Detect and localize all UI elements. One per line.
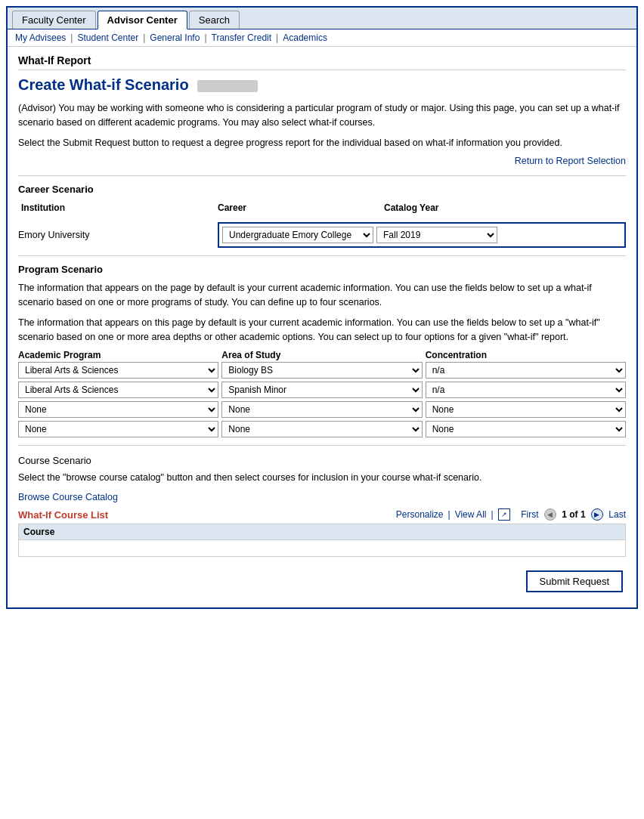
program-row-2: Liberal Arts & Sciences None Oxford Coll… bbox=[18, 382, 626, 398]
concentration-select-2[interactable]: n/a None bbox=[426, 382, 626, 398]
first-link[interactable]: First bbox=[521, 509, 538, 520]
tab-search[interactable]: Search bbox=[189, 11, 240, 29]
career-selects-row: Emory University Undergraduate Emory Col… bbox=[18, 222, 626, 248]
program-row-3: None Liberal Arts & Sciences Oxford Coll… bbox=[18, 401, 626, 418]
catalog-year-header: Catalog Year bbox=[381, 201, 626, 215]
nav-links: My Advisees | Student Center | General I… bbox=[8, 29, 636, 47]
tab-bar: Faculty Center Advisor Center Search bbox=[8, 8, 636, 29]
nav-sep-1: | bbox=[70, 32, 73, 43]
academic-program-select-2[interactable]: Liberal Arts & Sciences None Oxford Coll… bbox=[18, 382, 218, 398]
course-col-header: Course bbox=[19, 524, 626, 540]
concentration-select-1[interactable]: n/a None bbox=[426, 362, 626, 379]
course-list-title: What-If Course List bbox=[18, 509, 108, 521]
col-concentration: Concentration bbox=[426, 350, 626, 360]
area-of-study-select-3[interactable]: None Biology BS Spanish Minor bbox=[221, 401, 422, 418]
export-icon[interactable]: ↗ bbox=[498, 508, 510, 521]
career-dropdowns: Undergraduate Emory College Undergraduat… bbox=[218, 222, 626, 248]
nav-sep-2: | bbox=[143, 32, 145, 43]
nav-sep-3: | bbox=[204, 32, 206, 43]
academic-program-select-1[interactable]: Liberal Arts & Sciences None Oxford Coll… bbox=[18, 362, 218, 379]
personalize-link[interactable]: Personalize bbox=[396, 509, 444, 520]
career-header: Career bbox=[215, 201, 381, 215]
col-area-of-study: Area of Study bbox=[221, 350, 422, 360]
tab-faculty-center[interactable]: Faculty Center bbox=[12, 11, 96, 29]
col-academic-program: Academic Program bbox=[18, 350, 218, 360]
area-of-study-select-4[interactable]: None Biology BS Spanish Minor bbox=[221, 421, 422, 437]
area-of-study-select-1[interactable]: Biology BS None Spanish Minor Chemistry … bbox=[221, 362, 422, 379]
description-1: (Advisor) You may be working with someon… bbox=[18, 101, 626, 130]
course-table: Course bbox=[18, 524, 626, 557]
divider-2 bbox=[18, 255, 626, 256]
career-scenario-title: Career Scenario bbox=[18, 184, 626, 195]
program-desc-2: The information that appears on this pag… bbox=[18, 316, 626, 345]
description-2: Select the Submit Request button to requ… bbox=[18, 136, 626, 150]
nav-student-center[interactable]: Student Center bbox=[77, 32, 138, 43]
main-container: Faculty Center Advisor Center Search My … bbox=[6, 6, 638, 609]
institution-value: Emory University bbox=[18, 227, 215, 243]
page-header: What-If Report bbox=[18, 54, 626, 70]
course-scenario-desc: Select the "browse course catalog" butto… bbox=[18, 471, 626, 485]
institution-header: Institution bbox=[18, 201, 215, 215]
next-page-btn[interactable]: ▶ bbox=[591, 508, 603, 521]
divider-1 bbox=[18, 175, 626, 176]
nav-my-advisees[interactable]: My Advisees bbox=[15, 32, 66, 43]
student-name-blurred bbox=[197, 80, 258, 92]
career-grid: Institution Career Catalog Year bbox=[18, 201, 626, 215]
program-row-4: None Liberal Arts & Sciences Oxford Coll… bbox=[18, 421, 626, 437]
pagination-controls: First ◀ 1 of 1 ▶ Last bbox=[521, 508, 626, 521]
return-link[interactable]: Return to Report Selection bbox=[18, 156, 626, 166]
view-all-link[interactable]: View All bbox=[455, 509, 487, 520]
program-row-1: Liberal Arts & Sciences None Oxford Coll… bbox=[18, 362, 626, 379]
program-grid-header: Academic Program Area of Study Concentra… bbox=[18, 350, 626, 360]
course-cell bbox=[19, 540, 626, 557]
submit-request-button[interactable]: Submit Request bbox=[526, 570, 624, 592]
browse-course-catalog-link[interactable]: Browse Course Catalog bbox=[18, 492, 118, 502]
program-scenario-title: Program Scenario bbox=[18, 264, 626, 275]
program-desc-1: The information that appears on the page… bbox=[18, 281, 626, 310]
area-of-study-select-2[interactable]: Spanish Minor None Biology BS Chemistry … bbox=[221, 382, 422, 398]
course-section: Course Scenario Select the "browse cours… bbox=[18, 455, 626, 557]
last-link[interactable]: Last bbox=[608, 509, 626, 520]
prev-page-btn[interactable]: ◀ bbox=[544, 508, 556, 521]
catalog-year-select[interactable]: Fall 2019 Fall 2018 Fall 2017 Fall 2016 bbox=[376, 227, 497, 243]
academic-program-select-3[interactable]: None Liberal Arts & Sciences Oxford Coll… bbox=[18, 401, 218, 418]
course-list-header: What-If Course List Personalize | View A… bbox=[18, 508, 626, 521]
page-title: Create What-if Scenario bbox=[18, 76, 626, 94]
tab-advisor-center[interactable]: Advisor Center bbox=[98, 11, 187, 29]
nav-transfer-credit[interactable]: Transfer Credit bbox=[212, 32, 272, 43]
concentration-select-3[interactable]: None n/a bbox=[426, 401, 626, 418]
nav-academics[interactable]: Academics bbox=[283, 32, 327, 43]
course-list-controls: Personalize | View All | ↗ First ◀ 1 of … bbox=[396, 508, 626, 521]
submit-area: Submit Request bbox=[18, 563, 626, 600]
divider-3 bbox=[18, 445, 626, 446]
nav-sep-4: | bbox=[276, 32, 278, 43]
course-scenario-title: Course Scenario bbox=[18, 455, 626, 466]
table-row bbox=[19, 540, 626, 557]
academic-program-select-4[interactable]: None Liberal Arts & Sciences Oxford Coll… bbox=[18, 421, 218, 437]
career-select[interactable]: Undergraduate Emory College Undergraduat… bbox=[222, 227, 373, 243]
nav-general-info[interactable]: General Info bbox=[150, 32, 200, 43]
concentration-select-4[interactable]: None n/a bbox=[426, 421, 626, 437]
page-content: What-If Report Create What-if Scenario (… bbox=[8, 47, 636, 607]
pagination-text: 1 of 1 bbox=[562, 509, 585, 520]
